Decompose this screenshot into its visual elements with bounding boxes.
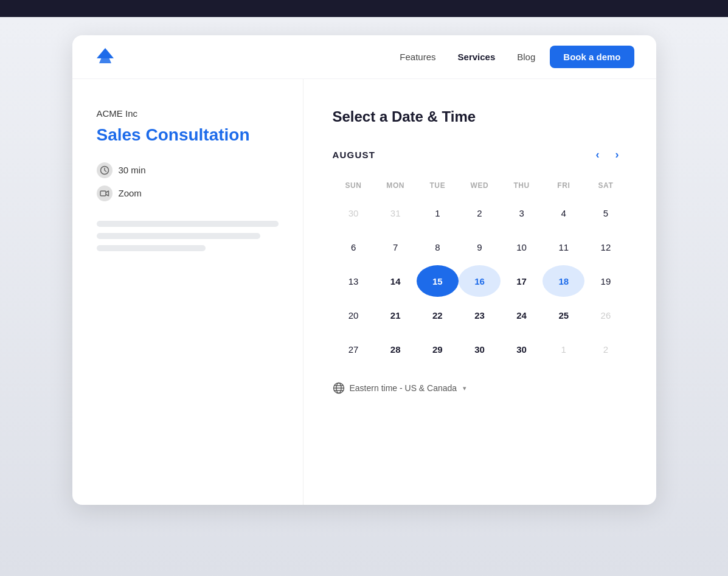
cal-day-3-1[interactable]: 21: [375, 299, 417, 331]
cal-day-2-5[interactable]: 18: [543, 265, 584, 297]
card-body: ACME Inc Sales Consultation 30 min: [72, 79, 656, 505]
skeleton-3: [97, 245, 206, 251]
calendar-weeks: 3031123456789101112131415161718192021222…: [333, 197, 627, 365]
cal-day-3-2[interactable]: 22: [417, 299, 459, 331]
calendar-week-1: 6789101112: [333, 231, 627, 263]
cal-day-0-6: 5: [584, 197, 626, 229]
section-title: Select a Date & Time: [333, 108, 627, 125]
cal-day-0-3: 2: [459, 197, 501, 229]
day-wed: WED: [459, 179, 501, 192]
duration-label: 30 min: [119, 165, 146, 175]
timezone-label: Eastern time - US & Canada: [350, 383, 457, 393]
nav-links: Features Services Blog: [400, 52, 535, 62]
day-thu: THU: [501, 179, 543, 192]
cal-day-3-0: 20: [333, 299, 375, 331]
skeleton-lines: [97, 221, 279, 251]
event-meta: 30 min Zoom: [97, 162, 279, 201]
right-panel: Select a Date & Time AUGUST ‹ › SUN MON …: [303, 79, 656, 505]
day-tue: TUE: [417, 179, 459, 192]
platform-item: Zoom: [97, 186, 279, 201]
cal-day-2-1[interactable]: 14: [375, 265, 417, 297]
calendar-header: AUGUST ‹ ›: [333, 145, 627, 164]
zoom-icon: [97, 186, 113, 201]
cal-day-4-4[interactable]: 30: [501, 333, 543, 365]
cal-day-2-4[interactable]: 17: [501, 265, 543, 297]
cal-day-3-3[interactable]: 23: [459, 299, 501, 331]
event-title: Sales Consultation: [97, 125, 279, 145]
main-card: Features Services Blog Book a demo ACME …: [72, 35, 656, 505]
nav-blog[interactable]: Blog: [517, 52, 535, 62]
left-panel: ACME Inc Sales Consultation 30 min: [72, 79, 303, 505]
cal-day-0-5: 4: [543, 197, 584, 229]
calendar-week-0: 303112345: [333, 197, 627, 229]
day-headers: SUN MON TUE WED THU FRI SAT: [333, 179, 627, 192]
calendar-week-4: 272829303012: [333, 333, 627, 365]
cal-day-0-2: 1: [417, 197, 459, 229]
platform-label: Zoom: [119, 188, 142, 198]
book-demo-button[interactable]: Book a demo: [550, 46, 634, 68]
day-mon: MON: [375, 179, 417, 192]
cal-day-1-3: 9: [459, 231, 501, 263]
clock-icon: [97, 162, 113, 178]
calendar-grid: SUN MON TUE WED THU FRI SAT 303112345678…: [333, 179, 627, 365]
cal-day-0-4: 3: [501, 197, 543, 229]
nav-services[interactable]: Services: [458, 52, 496, 62]
cal-day-3-6: 26: [584, 299, 626, 331]
cal-day-3-4[interactable]: 24: [501, 299, 543, 331]
cal-day-1-1: 7: [375, 231, 417, 263]
day-fri: FRI: [543, 179, 584, 192]
day-sun: SUN: [333, 179, 375, 192]
cal-day-1-2: 8: [417, 231, 459, 263]
page-wrapper: Features Services Blog Book a demo ACME …: [0, 17, 728, 576]
skeleton-2: [97, 233, 260, 239]
cal-day-4-1[interactable]: 28: [375, 333, 417, 365]
calendar-week-3: 20212223242526: [333, 299, 627, 331]
cal-day-1-5: 11: [543, 231, 584, 263]
cal-day-2-2[interactable]: 15: [417, 265, 459, 297]
cal-day-2-3[interactable]: 16: [459, 265, 501, 297]
cal-day-0-1: 31: [375, 197, 417, 229]
svg-rect-3: [100, 191, 106, 196]
logo[interactable]: [94, 46, 116, 68]
next-month-button[interactable]: ›: [608, 145, 627, 164]
cal-day-4-5: 1: [543, 333, 584, 365]
prev-month-button[interactable]: ‹: [588, 145, 608, 164]
skeleton-1: [97, 221, 279, 227]
cal-day-1-0: 6: [333, 231, 375, 263]
cal-day-4-2[interactable]: 29: [417, 333, 459, 365]
month-label: AUGUST: [333, 150, 588, 160]
timezone-row[interactable]: Eastern time - US & Canada ▾: [333, 382, 627, 394]
cal-day-2-6: 19: [584, 265, 626, 297]
company-name: ACME Inc: [97, 108, 279, 119]
calendar-week-2: 13141516171819: [333, 265, 627, 297]
cal-day-2-0: 13: [333, 265, 375, 297]
timezone-arrow: ▾: [463, 384, 466, 392]
top-bar: [0, 0, 728, 17]
cal-day-1-6: 12: [584, 231, 626, 263]
cal-day-4-6: 2: [584, 333, 626, 365]
cal-day-1-4: 10: [501, 231, 543, 263]
nav-features[interactable]: Features: [400, 52, 435, 62]
cal-day-3-5[interactable]: 25: [543, 299, 584, 331]
day-sat: SAT: [584, 179, 626, 192]
navbar: Features Services Blog Book a demo: [72, 35, 656, 79]
cal-day-4-0: 27: [333, 333, 375, 365]
duration-item: 30 min: [97, 162, 279, 178]
cal-day-4-3[interactable]: 30: [459, 333, 501, 365]
cal-day-0-0: 30: [333, 197, 375, 229]
